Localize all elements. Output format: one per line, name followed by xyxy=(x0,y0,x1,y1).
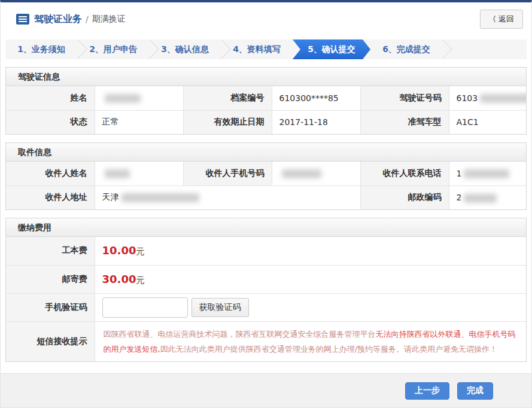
field-label: 收件人姓名 xyxy=(6,162,95,185)
field-value-recipient-tel: 1 xyxy=(449,162,526,185)
field-label: 邮政编码 xyxy=(360,185,449,209)
field-label: 准驾车型 xyxy=(360,110,449,134)
redacted-name xyxy=(105,94,141,103)
page-title: 驾驶证业务 xyxy=(34,13,82,26)
field-label: 有效期止日期 xyxy=(183,110,272,134)
field-value-sms-notice: 因陕西省联通、电信运营商技术问题，陕西省互联网交通安全综合服务管理平台无法向持陕… xyxy=(95,321,526,361)
field-value-license-no: 6103 xyxy=(449,86,526,110)
payment-table: 工本费 10.00元 邮寄费 30.00元 手机验证码 获取验证码 xyxy=(6,237,526,361)
field-value-file-no: 610300****85 xyxy=(272,86,360,110)
currency-unit: 元 xyxy=(136,275,144,285)
table-row: 短信接收提示 因陕西省联通、电信运营商技术问题，陕西省互联网交通安全综合服务管理… xyxy=(6,321,526,361)
field-value-postage-fee: 30.00元 xyxy=(95,265,526,293)
redacted-recipient-name xyxy=(105,169,130,178)
step-3-confirm-info: 3、确认信息 xyxy=(149,39,221,59)
currency-unit: 元 xyxy=(136,246,144,256)
redacted-recipient-phone xyxy=(282,169,321,178)
step-label: 2、用户申告 xyxy=(89,44,137,55)
postage-fee-amount: 30.00 xyxy=(102,273,136,285)
step-bar-filler xyxy=(442,39,527,59)
table-row: 工本费 10.00元 xyxy=(6,237,526,265)
page: 驾驶证业务 / 期满换证 〈 返回 1、业务须知 2、用户申告 3、确认信息 4… xyxy=(0,0,532,408)
field-label: 姓名 xyxy=(6,86,95,110)
field-label: 工本费 xyxy=(6,237,95,265)
field-label: 驾驶证号码 xyxy=(360,86,449,110)
sms-notice-part1: 因陕西省联通、电信运营商技术问题，陕西省互联网交通安全综合服务管理平台 xyxy=(104,330,376,339)
redacted-recipient-tel xyxy=(464,169,509,178)
field-value-sms-code: 获取验证码 xyxy=(95,293,526,321)
step-5-confirm-submit-active: 5、确认提交 xyxy=(293,39,370,59)
field-label: 手机验证码 xyxy=(6,293,95,321)
step-4-fill-data: 4、资料填写 xyxy=(221,39,293,59)
sms-notice-text: 因陕西省联通、电信运营商技术问题，陕西省互联网交通安全综合服务管理平台无法向持陕… xyxy=(104,327,518,357)
redacted-postcode xyxy=(464,194,497,203)
field-value-expiry: 2017-11-18 xyxy=(272,110,360,134)
step-label: 5、确认提交 xyxy=(308,44,355,55)
previous-step-button[interactable]: 上一步 xyxy=(405,382,449,400)
table-row: 状态 正常 有效期止日期 2017-11-18 准驾车型 A1C1 xyxy=(6,110,526,134)
field-value-recipient-phone xyxy=(272,162,360,185)
step-1-business-notice: 1、业务须知 xyxy=(5,39,77,59)
license-form-icon xyxy=(16,14,29,25)
field-label: 短信接收提示 xyxy=(6,321,95,361)
license-info-title: 驾驶证信息 xyxy=(6,68,526,86)
finish-button[interactable]: 完成 xyxy=(457,382,493,400)
step-2-user-declaration: 2、用户申告 xyxy=(77,39,149,59)
header: 驾驶证业务 / 期满换证 〈 返回 xyxy=(1,2,531,36)
step-progress-bar: 1、业务须知 2、用户申告 3、确认信息 4、资料填写 5、确认提交 6、完成提… xyxy=(5,39,527,59)
step-label: 4、资料填写 xyxy=(233,44,281,55)
payment-title: 缴纳费用 xyxy=(6,218,526,237)
field-label: 邮寄费 xyxy=(6,265,95,293)
footer-action-bar: 上一步 完成 xyxy=(1,373,531,407)
pickup-info-section: 取件信息 收件人姓名 收件人手机号码 收件人联系电话 1 收件人地址 天津 邮政… xyxy=(5,142,527,210)
table-row: 邮寄费 30.00元 xyxy=(6,265,526,293)
production-fee-amount: 10.00 xyxy=(102,244,136,257)
license-info-table: 姓名 档案编号 610300****85 驾驶证号码 6103 状态 正常 有效… xyxy=(6,86,526,134)
field-label: 收件人地址 xyxy=(6,185,95,209)
table-row: 手机验证码 获取验证码 xyxy=(6,293,526,321)
table-row: 收件人姓名 收件人手机号码 收件人联系电话 1 xyxy=(6,162,526,185)
field-value-postcode: 2 xyxy=(449,185,526,209)
sms-notice-part3: 因此无法向此类用户提供陕西省交通管理业务的网上办理/预约等服务。请此类用户避免无… xyxy=(160,345,497,354)
back-button-label: 返回 xyxy=(498,14,514,25)
field-value-name xyxy=(95,86,183,110)
sms-code-input[interactable] xyxy=(102,297,188,318)
step-6-complete-submit: 6、完成提交 xyxy=(370,39,442,59)
breadcrumb-current: 期满换证 xyxy=(92,14,126,25)
field-label: 状态 xyxy=(6,110,95,134)
step-label: 3、确认信息 xyxy=(161,44,209,55)
field-label: 档案编号 xyxy=(183,86,272,110)
postcode-prefix: 2 xyxy=(457,193,462,202)
get-sms-code-button[interactable]: 获取验证码 xyxy=(191,298,249,317)
step-label: 6、完成提交 xyxy=(382,44,430,55)
table-row: 姓名 档案编号 610300****85 驾驶证号码 6103 xyxy=(6,86,526,110)
pickup-info-table: 收件人姓名 收件人手机号码 收件人联系电话 1 收件人地址 天津 邮政编码 2 xyxy=(6,162,526,209)
field-value-vehicle-type: A1C1 xyxy=(449,110,526,134)
payment-section: 缴纳费用 工本费 10.00元 邮寄费 30.00元 手机验证码 xyxy=(5,218,527,362)
field-value-recipient-name xyxy=(95,162,183,185)
breadcrumb-separator: / xyxy=(86,14,89,24)
redacted-license-no xyxy=(480,94,526,103)
step-label: 1、业务须知 xyxy=(17,44,65,55)
field-label: 收件人手机号码 xyxy=(183,162,272,185)
field-label: 收件人联系电话 xyxy=(360,162,449,185)
table-row: 收件人地址 天津 邮政编码 2 xyxy=(6,185,526,209)
redacted-address xyxy=(121,193,199,202)
pickup-info-title: 取件信息 xyxy=(6,143,526,162)
address-prefix: 天津 xyxy=(102,192,119,202)
back-button[interactable]: 〈 返回 xyxy=(480,10,523,29)
tel-prefix: 1 xyxy=(457,169,462,178)
back-chevron-icon: 〈 xyxy=(489,14,496,25)
field-value-status: 正常 xyxy=(95,110,183,134)
license-no-prefix: 6103 xyxy=(457,93,478,103)
field-value-address: 天津 xyxy=(95,185,360,209)
field-value-production-fee: 10.00元 xyxy=(95,237,526,265)
license-info-section: 驾驶证信息 姓名 档案编号 610300****85 驾驶证号码 6103 状态… xyxy=(5,67,527,135)
